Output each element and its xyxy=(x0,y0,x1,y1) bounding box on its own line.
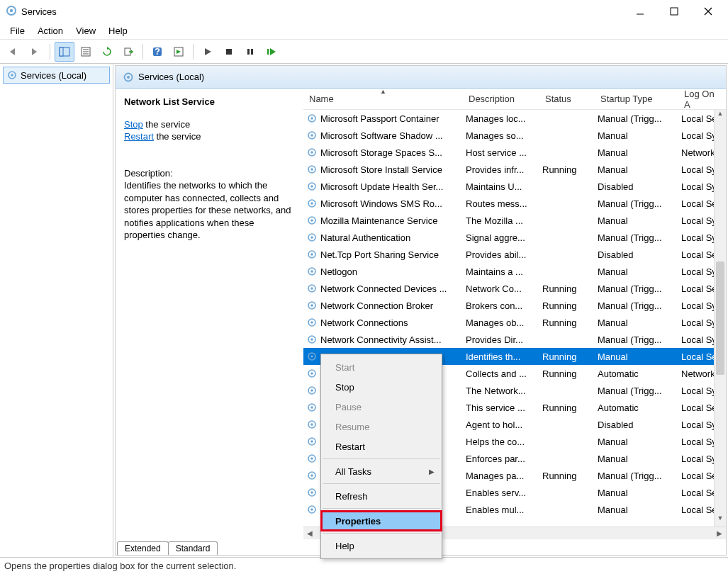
context-item-restart[interactable]: Restart xyxy=(321,437,442,456)
service-startup: Automatic xyxy=(595,401,678,415)
scroll-up-arrow[interactable]: ▲ xyxy=(715,110,726,122)
action-pane-toggle[interactable] xyxy=(169,42,189,62)
service-status xyxy=(539,253,595,256)
service-startup: Manual xyxy=(595,316,678,330)
scroll-left-arrow[interactable]: ◀ xyxy=(303,529,316,537)
service-row[interactable]: Mozilla Maintenance ServiceThe Mozilla .… xyxy=(303,212,726,229)
service-row[interactable]: Microsoft Passport ContainerManages loc.… xyxy=(303,110,726,127)
scroll-right-arrow[interactable]: ▶ xyxy=(713,529,726,537)
service-description: Provides infr... xyxy=(463,163,539,176)
context-separator xyxy=(323,533,440,534)
pause-service-button[interactable] xyxy=(240,42,260,62)
service-startup: Manual xyxy=(595,146,678,159)
svg-point-27 xyxy=(310,134,313,137)
stop-link[interactable]: Stop xyxy=(124,119,143,130)
window-title: Services xyxy=(21,6,57,17)
tree-node-label: Services (Local) xyxy=(21,70,86,81)
service-startup: Manual xyxy=(595,486,678,500)
service-status xyxy=(539,270,595,273)
context-item-help[interactable]: Help xyxy=(321,536,442,556)
description-block: Description: Identifies the networks to … xyxy=(124,167,295,242)
svg-point-55 xyxy=(310,372,313,375)
service-status xyxy=(539,151,595,154)
gear-icon xyxy=(306,504,318,515)
service-row[interactable]: Network Connection BrokerBrokers con...R… xyxy=(303,297,726,314)
maximize-button[interactable] xyxy=(666,3,683,20)
service-row[interactable]: NetlogonMaintains a ...ManualLocal Sys xyxy=(303,263,726,280)
restart-service-button[interactable] xyxy=(262,42,281,62)
export-button[interactable] xyxy=(118,42,138,62)
col-header-name[interactable]: ▲Name xyxy=(303,90,463,108)
menu-view[interactable]: View xyxy=(70,24,101,38)
back-button[interactable] xyxy=(4,42,24,62)
menu-file[interactable]: File xyxy=(4,24,30,38)
service-startup: Manual xyxy=(595,163,678,176)
gear-icon xyxy=(306,385,318,396)
svg-point-37 xyxy=(310,219,313,222)
forward-button[interactable] xyxy=(26,42,45,62)
context-item-stop[interactable]: Stop xyxy=(321,377,442,397)
svg-point-23 xyxy=(127,76,130,79)
context-item-all-tasks[interactable]: All Tasks▶ xyxy=(321,461,442,481)
gear-icon xyxy=(306,130,318,141)
service-description: Manages loc... xyxy=(463,112,539,125)
service-description: Provides Dir... xyxy=(463,333,539,347)
menu-action[interactable]: Action xyxy=(32,24,69,38)
close-button[interactable] xyxy=(700,3,717,20)
svg-point-59 xyxy=(310,406,313,409)
service-status: Running xyxy=(539,299,595,313)
tab-extended[interactable]: Extended xyxy=(117,541,169,555)
col-header-status[interactable]: Status xyxy=(539,90,595,108)
service-description: This service ... xyxy=(463,401,539,415)
properties-toolbar-button[interactable] xyxy=(76,42,96,62)
service-name: Netlogon xyxy=(320,266,357,277)
scroll-thumb[interactable] xyxy=(716,261,724,375)
col-header-description[interactable]: Description xyxy=(463,90,539,108)
svg-point-21 xyxy=(11,74,13,77)
service-row[interactable]: Microsoft Store Install ServiceProvides … xyxy=(303,161,726,178)
service-row[interactable]: Microsoft Storage Spaces S...Host servic… xyxy=(303,144,726,161)
service-startup: Manual xyxy=(595,503,678,517)
service-description: Manages pa... xyxy=(463,469,539,483)
svg-point-31 xyxy=(310,168,313,171)
tree-node-services-local[interactable]: Services (Local) xyxy=(3,67,110,84)
service-name: Network Connections xyxy=(320,317,408,328)
service-status: Running xyxy=(539,350,595,364)
service-row[interactable]: Microsoft Update Health Ser...Maintains … xyxy=(303,178,726,195)
service-status xyxy=(539,236,595,239)
service-name: Microsoft Passport Container xyxy=(320,113,439,124)
service-description: Host service ... xyxy=(463,146,539,159)
vertical-scrollbar[interactable]: ▲ ▼ xyxy=(714,110,726,527)
service-row[interactable]: Natural AuthenticationSignal aggre...Man… xyxy=(303,229,726,246)
tab-standard[interactable]: Standard xyxy=(168,541,218,555)
service-row[interactable]: Network Connectivity Assist...Provides D… xyxy=(303,331,726,348)
restart-link[interactable]: Restart xyxy=(124,131,154,142)
menu-help[interactable]: Help xyxy=(103,24,133,38)
service-row[interactable]: Network Connected Devices ...Network Co.… xyxy=(303,280,726,297)
gear-icon xyxy=(306,487,318,498)
show-hide-tree-button[interactable] xyxy=(55,42,74,62)
help-button[interactable]: ? xyxy=(147,42,167,62)
service-startup: Manual (Trigg... xyxy=(595,299,678,313)
minimize-button[interactable] xyxy=(632,3,649,20)
start-service-button[interactable] xyxy=(198,42,218,62)
service-description: Brokers con... xyxy=(463,299,539,313)
context-separator xyxy=(323,458,440,459)
sort-ascending-icon: ▲ xyxy=(380,88,386,95)
context-item-properties[interactable]: Properties xyxy=(321,511,442,531)
service-name: Microsoft Store Install Service xyxy=(320,164,442,175)
service-row[interactable]: Network ConnectionsManages ob...RunningM… xyxy=(303,314,726,331)
stop-service-button[interactable] xyxy=(219,42,239,62)
scroll-down-arrow[interactable]: ▼ xyxy=(715,514,726,527)
col-header-logon[interactable]: Log On A xyxy=(678,85,726,113)
service-row[interactable]: Net.Tcp Port Sharing ServiceProvides abi… xyxy=(303,246,726,263)
gear-icon xyxy=(306,351,318,362)
service-row[interactable]: Microsoft Software Shadow ...Manages so.… xyxy=(303,127,726,144)
col-header-startup[interactable]: Startup Type xyxy=(595,90,678,108)
service-status xyxy=(539,389,595,392)
service-row[interactable]: Microsoft Windows SMS Ro...Routes mess..… xyxy=(303,195,726,212)
context-item-refresh[interactable]: Refresh xyxy=(321,486,442,506)
refresh-button[interactable] xyxy=(97,42,117,62)
gear-icon xyxy=(306,113,318,124)
service-status xyxy=(539,440,595,443)
